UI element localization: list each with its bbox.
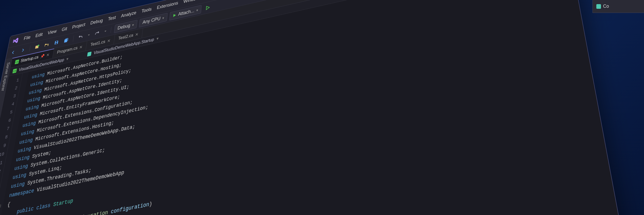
menu-analyze[interactable]: Analyze xyxy=(121,10,137,19)
menu-edit[interactable]: Edit xyxy=(35,32,43,38)
chevron-down-icon: ▾ xyxy=(196,8,198,12)
nav-back-button[interactable] xyxy=(9,48,18,57)
toolbar-separator xyxy=(73,35,74,42)
right-panel-label: Co xyxy=(603,4,609,9)
csharp-project-icon: C# xyxy=(12,68,17,73)
chevron-down-icon[interactable]: ▾ xyxy=(66,56,69,62)
menu-view[interactable]: View xyxy=(47,29,57,36)
close-icon[interactable]: ✕ xyxy=(46,52,50,58)
svg-rect-10 xyxy=(596,4,601,9)
menu-window[interactable]: Window xyxy=(183,0,199,4)
start-without-debug-button[interactable] xyxy=(204,3,212,12)
copilot-icon xyxy=(596,4,601,9)
save-all-icon[interactable] xyxy=(62,35,71,45)
start-debug-label: Attach... xyxy=(178,8,195,17)
toolbar-separator xyxy=(29,45,30,51)
open-file-icon[interactable] xyxy=(42,40,51,49)
toolbar-separator xyxy=(111,27,112,33)
visual-studio-logo-icon xyxy=(12,36,20,45)
menu-git[interactable]: Git xyxy=(61,26,67,33)
undo-dropdown[interactable] xyxy=(86,31,91,39)
close-icon[interactable]: ✕ xyxy=(107,38,111,44)
close-icon[interactable]: ✕ xyxy=(135,31,139,37)
svg-rect-9 xyxy=(87,51,92,56)
redo-dropdown[interactable] xyxy=(103,27,108,35)
svg-point-4 xyxy=(38,44,39,46)
save-icon[interactable] xyxy=(52,38,61,47)
right-panel-tab[interactable]: Co xyxy=(592,0,644,13)
class-icon xyxy=(87,51,92,56)
play-icon xyxy=(173,13,176,18)
solution-platform-label: Any CPU xyxy=(142,16,161,25)
tab-label: Test2.cs xyxy=(118,33,134,41)
menu-debug[interactable]: Debug xyxy=(90,18,103,26)
menu-file[interactable]: File xyxy=(23,35,31,41)
menu-project[interactable]: Project xyxy=(72,22,86,30)
chevron-down-icon: ▾ xyxy=(132,22,134,27)
menu-tools[interactable]: Tools xyxy=(141,6,152,14)
csharp-file-icon: C# xyxy=(15,59,19,64)
chevron-down-icon[interactable]: ▾ xyxy=(156,36,159,41)
solution-config-label: Debug xyxy=(117,23,131,31)
menu-test[interactable]: Test xyxy=(108,15,116,22)
close-icon[interactable]: ✕ xyxy=(79,44,83,50)
tab-label: Test1.cs xyxy=(90,39,106,47)
menu-extensions[interactable]: Extensions xyxy=(157,0,179,10)
chevron-down-icon: ▾ xyxy=(162,16,164,20)
undo-button[interactable] xyxy=(76,32,85,42)
redo-button[interactable] xyxy=(93,28,101,38)
new-project-icon[interactable] xyxy=(32,42,41,52)
visual-studio-window: File Edit View Git Project Debug Test An… xyxy=(0,0,621,215)
pin-icon[interactable]: 📌 xyxy=(40,54,45,59)
nav-forward-button[interactable] xyxy=(19,45,27,55)
